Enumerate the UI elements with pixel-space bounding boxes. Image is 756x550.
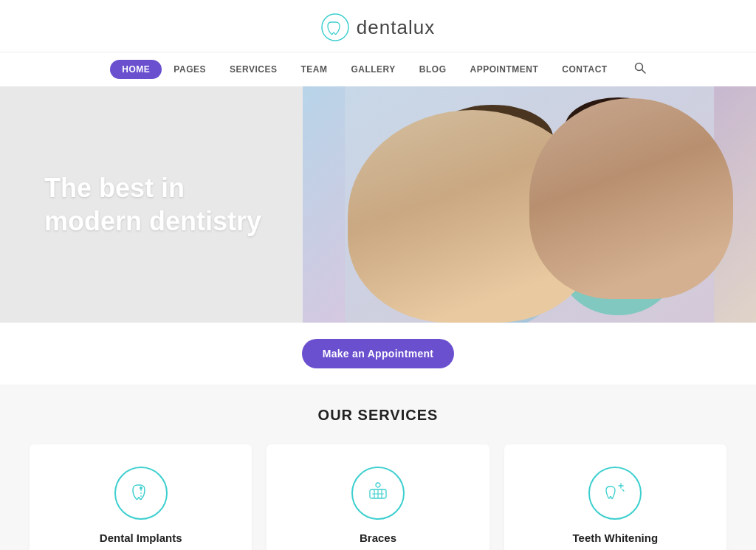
svg-rect-16 — [675, 127, 693, 238]
svg-rect-3 — [345, 86, 714, 323]
svg-point-20 — [629, 157, 636, 163]
svg-point-9 — [506, 168, 514, 176]
nav-blog[interactable]: BLOG — [408, 60, 458, 79]
svg-point-14 — [565, 97, 671, 157]
teeth-whitening-icon — [601, 479, 629, 507]
nav-contact[interactable]: CONTACT — [550, 60, 619, 79]
svg-point-5 — [432, 105, 553, 171]
service-name-braces: Braces — [360, 532, 396, 544]
svg-rect-15 — [565, 127, 583, 238]
svg-point-6 — [470, 165, 482, 178]
search-icon[interactable] — [634, 62, 646, 77]
svg-line-32 — [622, 489, 624, 491]
svg-point-7 — [503, 165, 515, 178]
svg-rect-10 — [478, 196, 507, 202]
svg-point-29 — [376, 483, 380, 487]
service-name-teeth-whitening: Teeth Whitening — [573, 532, 659, 544]
svg-point-8 — [474, 168, 481, 176]
svg-point-0 — [322, 14, 348, 41]
services-title: OUR SERVICES — [30, 407, 726, 424]
hero-section: The best in modern dentistry — [0, 86, 756, 323]
service-card-braces: Braces According to scholars and histori… — [267, 444, 489, 550]
hero-image — [303, 86, 756, 323]
nav-appointment[interactable]: APPOINTMENT — [458, 60, 551, 79]
svg-point-17 — [599, 153, 610, 165]
services-section: OUR SERVICES Dental Implants The implant… — [0, 385, 756, 550]
dental-implants-icon — [127, 479, 155, 507]
svg-point-24 — [140, 487, 142, 489]
svg-rect-28 — [372, 493, 384, 495]
hero-svg — [303, 86, 756, 323]
svg-line-2 — [642, 70, 645, 74]
nav-pages[interactable]: PAGES — [162, 60, 218, 79]
hero-text-block: The best in modern dentistry — [44, 171, 281, 238]
svg-point-19 — [602, 157, 609, 163]
svg-point-4 — [433, 116, 551, 249]
brand-name: dentalux — [357, 16, 435, 39]
logo-area: dentalux — [321, 13, 435, 41]
hero-title: The best in modern dentistry — [44, 171, 281, 238]
svg-point-13 — [566, 109, 670, 227]
svg-point-23 — [526, 192, 593, 276]
cta-section: Make an Appointment — [0, 323, 756, 385]
logo-icon — [321, 13, 349, 41]
make-appointment-button[interactable]: Make an Appointment — [302, 339, 455, 368]
teeth-whitening-icon-circle — [588, 467, 642, 520]
service-card-dental-implants: Dental Implants The implant fixture is f… — [30, 444, 252, 550]
nav-gallery[interactable]: GALLERY — [339, 60, 407, 79]
services-grid: Dental Implants The implant fixture is f… — [30, 444, 726, 550]
nav-bar: HOME PAGES SERVICES TEAM GALLERY BLOG AP… — [0, 52, 756, 86]
nav-team[interactable]: TEAM — [289, 60, 339, 79]
braces-icon-circle — [351, 467, 405, 520]
svg-point-12 — [426, 227, 559, 323]
nav-home[interactable]: HOME — [110, 60, 162, 79]
svg-point-18 — [626, 153, 636, 165]
service-card-teeth-whitening: Teeth Whitening Bleaching methods use ca… — [504, 444, 726, 550]
dental-implants-icon-circle — [114, 467, 168, 520]
svg-point-22 — [559, 212, 677, 315]
svg-rect-21 — [603, 183, 633, 190]
hero-people-photo — [303, 86, 756, 323]
svg-point-11 — [456, 201, 529, 230]
nav-services[interactable]: SERVICES — [218, 60, 289, 79]
braces-icon — [364, 479, 392, 507]
header: dentalux HOME PAGES SERVICES TEAM GALLER… — [0, 0, 756, 86]
service-name-dental-implants: Dental Implants — [100, 532, 182, 544]
